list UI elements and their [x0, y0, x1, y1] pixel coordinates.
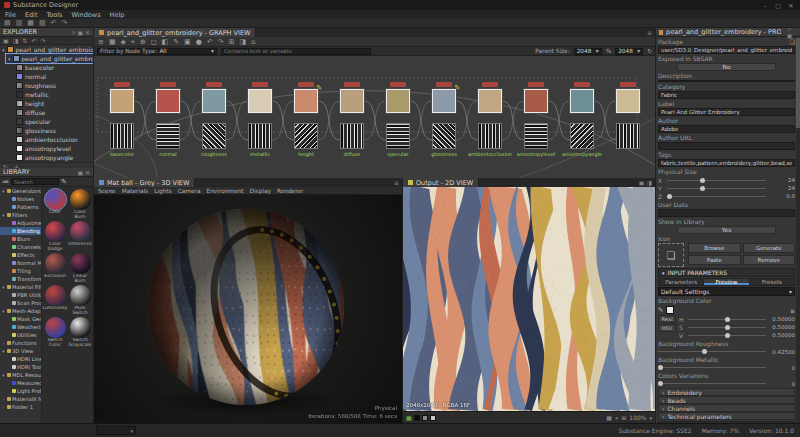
graph-tab[interactable]: pearl_and_glitter_embroidery - GRAPH VIE… — [94, 28, 256, 37]
graph-node-color[interactable] — [340, 89, 364, 113]
library-tree-item[interactable]: Normal Map — [0, 259, 41, 267]
view3d-menu-renderer[interactable]: Renderer — [277, 188, 303, 194]
menu-windows[interactable]: Windows — [72, 11, 101, 19]
slider-handle[interactable] — [725, 325, 730, 330]
minimize-button[interactable]: – — [760, 2, 770, 9]
graph-node-grayscale[interactable] — [202, 123, 226, 149]
library-grid-item[interactable]: Switch Color — [43, 317, 67, 348]
library-tree-item[interactable]: ›MaterialX Nodes — [0, 395, 41, 403]
description-field[interactable] — [658, 80, 795, 82]
color-mode-hsv-button[interactable]: HSV — [658, 324, 676, 332]
filter-icon[interactable]: ≔ — [2, 178, 9, 186]
slider-handle[interactable] — [658, 365, 663, 370]
library-tree-item[interactable]: ▾Mesh-Adaptive — [0, 307, 41, 315]
slider-handle[interactable] — [725, 317, 730, 322]
graph-node-grayscale[interactable] — [248, 123, 272, 149]
library-tree-item[interactable]: PBR Utilities — [0, 291, 41, 299]
preview-icon[interactable]: ● — [196, 38, 202, 46]
explorer-package-item[interactable]: ▾pearl_and_glitter_embroidery.s... — [0, 45, 93, 54]
grid-icon[interactable]: ▦ — [109, 38, 116, 46]
view3d-menu-display[interactable]: Display — [250, 188, 271, 194]
library-grid-item[interactable]: Difference — [68, 221, 92, 252]
library-tree-item[interactable]: ▾Filters — [0, 211, 41, 219]
slider-handle[interactable] — [702, 349, 707, 354]
library-tree-item[interactable]: Blurs — [0, 235, 41, 243]
menu-file[interactable]: File — [5, 11, 16, 19]
view2d-tab[interactable]: Output - 2D VIEW — [403, 178, 479, 187]
frame-icon[interactable]: ◻ — [151, 38, 157, 46]
menu-help[interactable]: Help — [110, 11, 125, 19]
explorer-output-item[interactable]: diffuse — [0, 108, 93, 117]
eyedropper-icon[interactable]: ✎ — [658, 306, 663, 314]
save-all-icon[interactable]: ▧ — [39, 19, 46, 27]
graph-node-grayscale[interactable] — [570, 123, 594, 149]
slider-handle[interactable] — [700, 178, 705, 183]
view2d-viewport[interactable] — [403, 187, 655, 411]
graph-node-color[interactable]: ✎ — [294, 89, 318, 113]
explorer-output-item[interactable]: height — [0, 99, 93, 108]
graph-node-color[interactable] — [202, 89, 226, 113]
category-field[interactable] — [658, 91, 795, 99]
library-tree-item[interactable]: Weathering — [0, 323, 41, 331]
slider-handle[interactable] — [700, 186, 705, 191]
explorer-tool-icon[interactable]: ↶ — [31, 37, 36, 44]
library-tree-item[interactable]: Blending — [0, 227, 41, 235]
view3d-menu-materials[interactable]: Materials — [122, 188, 149, 194]
library-tree-item[interactable]: ›Functions — [0, 339, 41, 347]
explorer-output-item[interactable]: roughness — [0, 81, 93, 90]
menu-tools[interactable]: Tools — [46, 11, 62, 19]
explorer-output-item[interactable]: glossiness — [0, 126, 93, 135]
menu-edit[interactable]: Edit — [25, 11, 38, 19]
library-tree-item[interactable]: Adjustments — [0, 219, 41, 227]
parent-size-height-dropdown[interactable]: 2048 ▾ — [615, 48, 643, 55]
library-tree-item[interactable]: Tiling — [0, 267, 41, 275]
background-black-swatch[interactable] — [414, 415, 420, 421]
folder-icon[interactable]: ❏ — [790, 38, 795, 45]
input-parameters-section[interactable]: ▾ INPUT PARAMETERS — [658, 268, 795, 277]
panel-menu-icon[interactable]: ≡ — [644, 28, 655, 37]
graph-node-grayscale[interactable] — [478, 123, 502, 149]
icon-remove-button[interactable]: Remove — [743, 255, 796, 265]
split-icon[interactable]: ◨ — [239, 38, 246, 46]
graph-node-color[interactable] — [616, 89, 640, 113]
library-tree-item[interactable]: Patterns — [0, 203, 41, 211]
zoom-level[interactable]: 100% — [629, 414, 646, 421]
explorer-tool-icon[interactable]: ▣ — [3, 37, 9, 44]
library-tree-item[interactable]: Noises — [0, 195, 41, 203]
graph-node-color[interactable] — [478, 89, 502, 113]
console-filter-dropdown[interactable]: ▾ — [96, 426, 136, 435]
library-grid-item[interactable]: Luminosity — [43, 285, 67, 316]
maximize-button[interactable]: ▢ — [773, 2, 783, 9]
explorer-output-item[interactable]: normal — [0, 72, 93, 81]
slider-handle[interactable] — [658, 381, 663, 386]
library-tree-item[interactable]: Utilities — [0, 331, 41, 339]
library-tree-item[interactable]: HDRI Tools — [0, 363, 41, 371]
explorer-graph-item[interactable]: ▾pearl_and_glitter_embroidery — [6, 54, 93, 63]
graph-node-color[interactable]: ✎ — [432, 89, 456, 113]
edit-icon[interactable]: ✎ — [61, 178, 67, 186]
slider-track[interactable] — [667, 177, 766, 184]
library-tree-item[interactable]: HDRI Linear — [0, 355, 41, 363]
section-channels[interactable]: ›Channels — [658, 404, 795, 412]
home-icon[interactable]: ⌂ — [251, 38, 255, 46]
slider-track[interactable] — [688, 332, 766, 339]
graph-node-grayscale[interactable] — [386, 123, 410, 149]
chevron-down-icon[interactable]: ▾ — [649, 415, 652, 421]
graph-node-color[interactable] — [524, 89, 548, 113]
background-gray-swatch[interactable] — [422, 415, 428, 421]
slider-handle[interactable] — [667, 194, 672, 199]
graph-node-grayscale[interactable] — [110, 123, 134, 149]
undo-icon[interactable]: ↶ — [207, 38, 213, 46]
snapshot-icon[interactable]: ◈ — [121, 38, 126, 46]
section-technical-parameters[interactable]: ›Technical parameters — [658, 412, 795, 420]
new-package-icon[interactable]: ▤ — [4, 19, 11, 27]
library-tree-item[interactable]: Transforms — [0, 275, 41, 283]
graph-node-grayscale[interactable] — [156, 123, 180, 149]
tab-parameters[interactable]: Parameters — [659, 279, 704, 285]
library-tree-item[interactable]: ▾Material Filters — [0, 283, 41, 291]
graph-canvas[interactable]: basecolornormalroughnessmetallic✎heightd… — [94, 56, 655, 178]
slider-handle[interactable] — [725, 333, 730, 338]
explorer-output-item[interactable]: specular — [0, 117, 93, 126]
library-tree-item[interactable]: Light Profile — [0, 387, 41, 395]
graph-node-color[interactable] — [386, 89, 410, 113]
